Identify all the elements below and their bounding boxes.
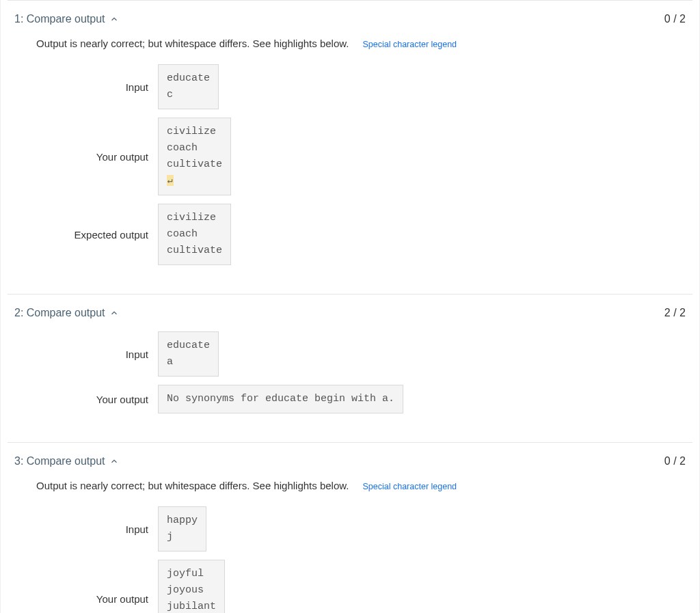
section-header: 2: Compare output2 / 2 xyxy=(14,307,686,319)
io-box: civilize coach cultivate ↵ xyxy=(158,118,231,195)
io-box: civilize coach cultivate xyxy=(158,204,231,265)
io-content: educate a xyxy=(167,340,210,368)
io-label: Your output xyxy=(14,394,158,405)
section-header: 1: Compare output0 / 2 xyxy=(14,13,686,25)
special-character-legend-link[interactable]: Special character legend xyxy=(362,482,457,491)
io-row: Inputhappy j xyxy=(14,506,686,551)
newline-highlight-icon: ↵ xyxy=(167,175,174,186)
io-box: educate c xyxy=(158,64,219,109)
io-label: Input xyxy=(14,523,158,535)
io-content: civilize coach cultivate xyxy=(167,126,222,170)
test-section: 3: Compare output0 / 2Output is nearly c… xyxy=(8,442,692,613)
section-title-label: 1: Compare output xyxy=(14,13,105,25)
io-content: happy j xyxy=(167,515,198,543)
feedback-message: Output is nearly correct; but whitespace… xyxy=(36,38,349,49)
section-title[interactable]: 3: Compare output xyxy=(14,455,119,467)
feedback-message-row: Output is nearly correct; but whitespace… xyxy=(36,480,686,491)
io-row: Expected outputcivilize coach cultivate xyxy=(14,204,686,265)
special-character-legend-link[interactable]: Special character legend xyxy=(362,40,457,49)
io-label: Input xyxy=(14,81,158,93)
io-content: joyful joyous jubilant xyxy=(167,568,216,612)
section-header: 3: Compare output0 / 2 xyxy=(14,455,686,467)
section-title-label: 2: Compare output xyxy=(14,307,105,319)
io-content: educate c xyxy=(167,72,210,100)
io-box: educate a xyxy=(158,331,219,377)
io-row: Inputeducate c xyxy=(14,64,686,109)
io-content: No synonyms for educate begin with a. xyxy=(167,393,394,405)
section-title-label: 3: Compare output xyxy=(14,455,105,467)
feedback-message-row: Output is nearly correct; but whitespace… xyxy=(36,38,686,49)
score-label: 0 / 2 xyxy=(664,455,686,467)
test-section: 1: Compare output0 / 2Output is nearly c… xyxy=(8,0,692,294)
io-row: Inputeducate a xyxy=(14,331,686,377)
io-label: Input xyxy=(14,349,158,360)
io-row: Your outputjoyful joyous jubilant ↵ xyxy=(14,560,686,613)
chevron-up-icon xyxy=(109,14,119,24)
io-label: Expected output xyxy=(14,229,158,241)
io-label: Your output xyxy=(14,151,158,163)
section-title[interactable]: 1: Compare output xyxy=(14,13,119,25)
chevron-up-icon xyxy=(109,308,119,318)
score-label: 0 / 2 xyxy=(664,13,686,25)
io-row: Your outputcivilize coach cultivate ↵ xyxy=(14,118,686,195)
io-content: civilize coach cultivate xyxy=(167,212,222,256)
feedback-message: Output is nearly correct; but whitespace… xyxy=(36,480,349,491)
section-title[interactable]: 2: Compare output xyxy=(14,307,119,319)
io-box: happy j xyxy=(158,506,206,551)
io-box: joyful joyous jubilant ↵ xyxy=(158,560,225,613)
chevron-up-icon xyxy=(109,457,119,466)
io-label: Your output xyxy=(14,593,158,605)
test-section: 2: Compare output2 / 2Inputeducate aYour… xyxy=(8,294,692,442)
io-box: No synonyms for educate begin with a. xyxy=(158,385,403,413)
io-row: Your outputNo synonyms for educate begin… xyxy=(14,385,686,413)
score-label: 2 / 2 xyxy=(664,307,686,319)
